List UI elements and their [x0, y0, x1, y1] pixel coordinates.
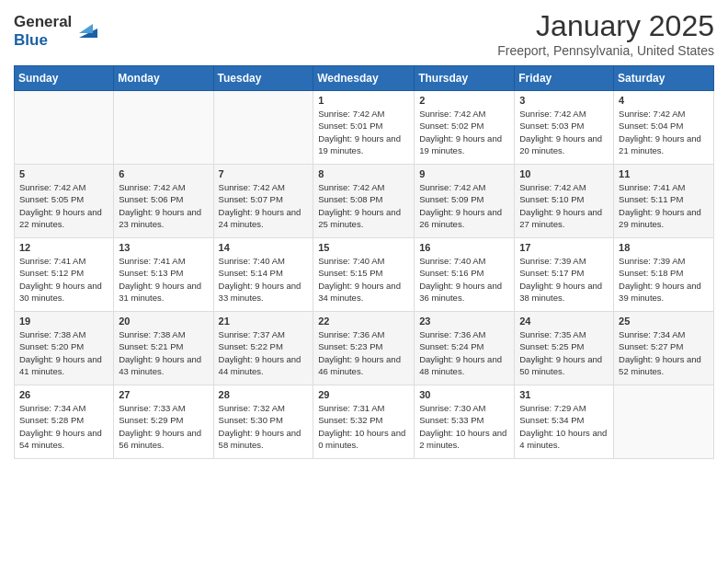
- calendar-cell: 10Sunrise: 7:42 AM Sunset: 5:10 PM Dayli…: [515, 165, 614, 238]
- calendar-cell: 26Sunrise: 7:34 AM Sunset: 5:28 PM Dayli…: [15, 385, 114, 459]
- day-info: Sunrise: 7:41 AM Sunset: 5:13 PM Dayligh…: [119, 255, 208, 304]
- day-info: Sunrise: 7:32 AM Sunset: 5:30 PM Dayligh…: [219, 402, 309, 451]
- day-number: 8: [318, 168, 409, 179]
- calendar-cell: 29Sunrise: 7:31 AM Sunset: 5:32 PM Dayli…: [313, 385, 415, 459]
- calendar-cell: 14Sunrise: 7:40 AM Sunset: 5:14 PM Dayli…: [213, 238, 313, 312]
- calendar-cell: 11Sunrise: 7:41 AM Sunset: 5:11 PM Dayli…: [614, 165, 714, 238]
- col-saturday: Saturday: [614, 66, 714, 91]
- day-number: 20: [119, 316, 208, 327]
- day-number: 1: [318, 95, 409, 106]
- day-number: 18: [619, 242, 709, 253]
- day-number: 19: [19, 316, 108, 327]
- day-info: Sunrise: 7:34 AM Sunset: 5:27 PM Dayligh…: [619, 328, 709, 377]
- calendar-week-row: 5Sunrise: 7:42 AM Sunset: 5:05 PM Daylig…: [15, 165, 714, 238]
- day-number: 28: [219, 389, 309, 400]
- day-info: Sunrise: 7:37 AM Sunset: 5:22 PM Dayligh…: [219, 328, 309, 377]
- col-tuesday: Tuesday: [213, 66, 313, 91]
- day-info: Sunrise: 7:42 AM Sunset: 5:06 PM Dayligh…: [119, 181, 208, 230]
- day-info: Sunrise: 7:42 AM Sunset: 5:10 PM Dayligh…: [519, 181, 609, 230]
- calendar-cell: 22Sunrise: 7:36 AM Sunset: 5:23 PM Dayli…: [313, 312, 415, 385]
- calendar-cell: 30Sunrise: 7:30 AM Sunset: 5:33 PM Dayli…: [415, 385, 515, 459]
- day-info: Sunrise: 7:30 AM Sunset: 5:33 PM Dayligh…: [419, 402, 509, 451]
- calendar-header-row: Sunday Monday Tuesday Wednesday Thursday…: [15, 66, 714, 91]
- day-info: Sunrise: 7:42 AM Sunset: 5:09 PM Dayligh…: [419, 181, 509, 230]
- day-info: Sunrise: 7:29 AM Sunset: 5:34 PM Dayligh…: [519, 402, 609, 451]
- calendar-cell: 20Sunrise: 7:38 AM Sunset: 5:21 PM Dayli…: [114, 312, 213, 385]
- calendar-cell: 16Sunrise: 7:40 AM Sunset: 5:16 PM Dayli…: [415, 238, 515, 312]
- day-info: Sunrise: 7:42 AM Sunset: 5:08 PM Dayligh…: [318, 181, 409, 230]
- day-number: 11: [619, 168, 709, 179]
- day-number: 4: [619, 95, 709, 106]
- month-title: January 2025: [497, 9, 714, 43]
- calendar-cell: 13Sunrise: 7:41 AM Sunset: 5:13 PM Dayli…: [114, 238, 213, 312]
- day-number: 15: [318, 242, 409, 253]
- logo: General Blue: [14, 13, 102, 49]
- day-number: 21: [219, 316, 309, 327]
- day-number: 10: [519, 168, 609, 179]
- calendar-cell: [614, 385, 714, 459]
- calendar-cell: 25Sunrise: 7:34 AM Sunset: 5:27 PM Dayli…: [614, 312, 714, 385]
- calendar-cell: 31Sunrise: 7:29 AM Sunset: 5:34 PM Dayli…: [515, 385, 614, 459]
- col-thursday: Thursday: [415, 66, 515, 91]
- day-number: 3: [519, 95, 609, 106]
- calendar-week-row: 12Sunrise: 7:41 AM Sunset: 5:12 PM Dayli…: [15, 238, 714, 312]
- location-label: Freeport, Pennsylvania, United States: [497, 43, 714, 58]
- calendar-cell: 7Sunrise: 7:42 AM Sunset: 5:07 PM Daylig…: [213, 165, 313, 238]
- calendar-week-row: 26Sunrise: 7:34 AM Sunset: 5:28 PM Dayli…: [15, 385, 714, 459]
- day-info: Sunrise: 7:40 AM Sunset: 5:14 PM Dayligh…: [219, 255, 309, 304]
- day-number: 9: [419, 168, 509, 179]
- calendar-cell: 21Sunrise: 7:37 AM Sunset: 5:22 PM Dayli…: [213, 312, 313, 385]
- calendar-cell: 1Sunrise: 7:42 AM Sunset: 5:01 PM Daylig…: [313, 91, 415, 165]
- calendar-cell: 24Sunrise: 7:35 AM Sunset: 5:25 PM Dayli…: [515, 312, 614, 385]
- day-number: 22: [318, 316, 409, 327]
- day-number: 30: [419, 389, 509, 400]
- calendar-cell: 9Sunrise: 7:42 AM Sunset: 5:09 PM Daylig…: [415, 165, 515, 238]
- calendar-cell: [15, 91, 114, 165]
- day-number: 14: [219, 242, 309, 253]
- day-info: Sunrise: 7:41 AM Sunset: 5:11 PM Dayligh…: [619, 181, 709, 230]
- day-info: Sunrise: 7:42 AM Sunset: 5:03 PM Dayligh…: [519, 108, 609, 156]
- day-number: 27: [119, 389, 208, 400]
- day-info: Sunrise: 7:35 AM Sunset: 5:25 PM Dayligh…: [519, 328, 609, 377]
- day-info: Sunrise: 7:34 AM Sunset: 5:28 PM Dayligh…: [19, 402, 108, 451]
- calendar-cell: 4Sunrise: 7:42 AM Sunset: 5:04 PM Daylig…: [614, 91, 714, 165]
- calendar-table: Sunday Monday Tuesday Wednesday Thursday…: [14, 65, 714, 459]
- calendar-cell: 19Sunrise: 7:38 AM Sunset: 5:20 PM Dayli…: [15, 312, 114, 385]
- calendar-cell: 12Sunrise: 7:41 AM Sunset: 5:12 PM Dayli…: [15, 238, 114, 312]
- calendar-cell: 2Sunrise: 7:42 AM Sunset: 5:02 PM Daylig…: [415, 91, 515, 165]
- calendar-cell: 15Sunrise: 7:40 AM Sunset: 5:15 PM Dayli…: [313, 238, 415, 312]
- calendar-cell: [213, 91, 313, 165]
- calendar-cell: 6Sunrise: 7:42 AM Sunset: 5:06 PM Daylig…: [114, 165, 213, 238]
- day-info: Sunrise: 7:42 AM Sunset: 5:02 PM Dayligh…: [419, 108, 509, 156]
- svg-marker-1: [79, 24, 93, 33]
- day-info: Sunrise: 7:33 AM Sunset: 5:29 PM Dayligh…: [119, 402, 208, 451]
- day-number: 24: [519, 316, 609, 327]
- calendar-cell: 28Sunrise: 7:32 AM Sunset: 5:30 PM Dayli…: [213, 385, 313, 459]
- day-info: Sunrise: 7:38 AM Sunset: 5:21 PM Dayligh…: [119, 328, 208, 377]
- day-info: Sunrise: 7:36 AM Sunset: 5:23 PM Dayligh…: [318, 328, 409, 377]
- day-info: Sunrise: 7:42 AM Sunset: 5:07 PM Dayligh…: [219, 181, 309, 230]
- day-number: 31: [519, 389, 609, 400]
- calendar-cell: 23Sunrise: 7:36 AM Sunset: 5:24 PM Dayli…: [415, 312, 515, 385]
- calendar-cell: 17Sunrise: 7:39 AM Sunset: 5:17 PM Dayli…: [515, 238, 614, 312]
- logo-icon: [74, 15, 102, 42]
- col-wednesday: Wednesday: [313, 66, 415, 91]
- title-block: January 2025 Freeport, Pennsylvania, Uni…: [497, 9, 714, 58]
- day-number: 29: [318, 389, 409, 400]
- day-number: 25: [619, 316, 709, 327]
- day-info: Sunrise: 7:42 AM Sunset: 5:05 PM Dayligh…: [19, 181, 108, 230]
- logo-blue: Blue: [14, 31, 72, 50]
- col-monday: Monday: [114, 66, 213, 91]
- day-number: 5: [19, 168, 108, 179]
- day-info: Sunrise: 7:40 AM Sunset: 5:15 PM Dayligh…: [318, 255, 409, 304]
- day-number: 2: [419, 95, 509, 106]
- day-info: Sunrise: 7:31 AM Sunset: 5:32 PM Dayligh…: [318, 402, 409, 451]
- day-info: Sunrise: 7:40 AM Sunset: 5:16 PM Dayligh…: [419, 255, 509, 304]
- calendar-cell: [114, 91, 213, 165]
- page-header: General Blue January 2025 Freeport, Penn…: [14, 9, 714, 58]
- calendar-week-row: 1Sunrise: 7:42 AM Sunset: 5:01 PM Daylig…: [15, 91, 714, 165]
- day-number: 6: [119, 168, 208, 179]
- day-info: Sunrise: 7:38 AM Sunset: 5:20 PM Dayligh…: [19, 328, 108, 377]
- calendar-cell: 27Sunrise: 7:33 AM Sunset: 5:29 PM Dayli…: [114, 385, 213, 459]
- day-info: Sunrise: 7:39 AM Sunset: 5:18 PM Dayligh…: [619, 255, 709, 304]
